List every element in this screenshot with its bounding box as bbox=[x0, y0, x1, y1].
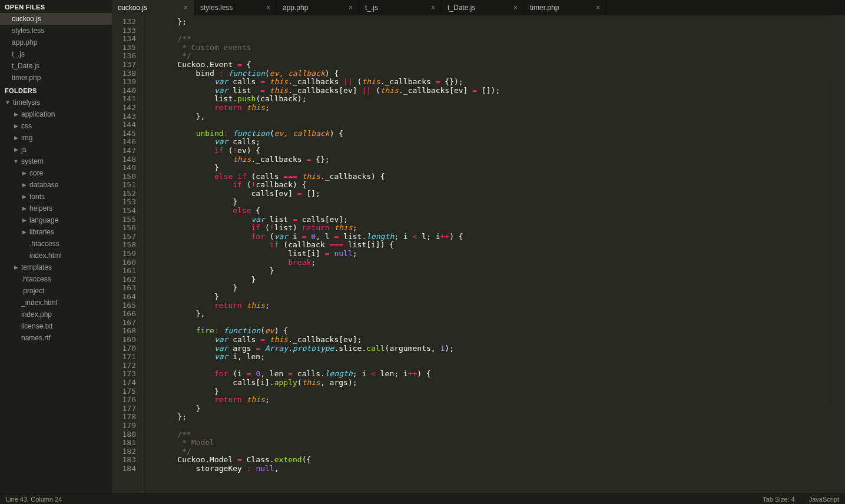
editor-tab[interactable]: cuckoo.js× bbox=[112, 0, 194, 15]
code-line[interactable]: return this; bbox=[159, 396, 845, 404]
tab-size-indicator[interactable]: Tab Size: 4 bbox=[763, 496, 794, 503]
code-line[interactable]: fire: function(ev) { bbox=[159, 327, 845, 336]
syntax-indicator[interactable]: JavaScript bbox=[809, 496, 839, 503]
code-line[interactable]: break; bbox=[159, 258, 845, 267]
code-line[interactable]: } bbox=[159, 164, 845, 173]
code-line[interactable]: if (!callback) { bbox=[159, 181, 845, 190]
folder-item[interactable]: ▶database bbox=[0, 179, 112, 191]
code-line[interactable]: }; bbox=[159, 413, 845, 422]
folder-item[interactable]: ▶libraries bbox=[0, 226, 112, 238]
code-line[interactable]: } bbox=[159, 198, 845, 207]
code-line[interactable]: unbind: function(ev, callback) { bbox=[159, 130, 845, 138]
code-content[interactable]: }; /** * Custom events */ Cuckoo.Event =… bbox=[151, 15, 845, 493]
file-item[interactable]: names.rtf bbox=[0, 332, 112, 344]
folder-item[interactable]: ▶img bbox=[0, 132, 112, 144]
file-item[interactable]: .project bbox=[0, 285, 112, 297]
file-item[interactable]: license.txt bbox=[0, 320, 112, 332]
code-line[interactable]: }; bbox=[159, 18, 845, 26]
code-line[interactable]: var args = Array.prototype.slice.call(ar… bbox=[159, 344, 845, 353]
file-item[interactable]: .htaccess bbox=[0, 273, 112, 285]
code-line[interactable]: Cuckoo.Model = Class.extend({ bbox=[159, 456, 845, 465]
file-item[interactable]: index.php bbox=[0, 309, 112, 320]
folder-item[interactable]: ▼system bbox=[0, 155, 112, 167]
code-line[interactable]: storageKey : null, bbox=[159, 465, 845, 473]
folder-item[interactable]: ▶language bbox=[0, 214, 112, 226]
file-item[interactable]: index.html bbox=[0, 250, 112, 261]
code-line[interactable]: var list = this._callbacks[ev] || (this.… bbox=[159, 87, 845, 95]
fold-marker bbox=[143, 387, 151, 396]
close-icon[interactable]: × bbox=[431, 4, 435, 12]
editor-tab[interactable]: t_Date.js× bbox=[442, 0, 524, 15]
open-file-item[interactable]: timer.php bbox=[0, 72, 112, 84]
code-line[interactable]: this._callbacks = {}; bbox=[159, 155, 845, 164]
code-line[interactable]: calls[ev] = []; bbox=[159, 190, 845, 198]
code-line[interactable]: }, bbox=[159, 112, 845, 121]
editor-tab[interactable]: styles.less× bbox=[194, 0, 277, 15]
folder-item[interactable]: ▶helpers bbox=[0, 203, 112, 214]
folder-item[interactable]: ▶application bbox=[0, 108, 112, 120]
code-line[interactable]: }, bbox=[159, 310, 845, 319]
folder-item[interactable]: ▶js bbox=[0, 144, 112, 155]
code-line[interactable]: bind : function(ev, callback) { bbox=[159, 69, 845, 78]
code-line[interactable]: } bbox=[159, 267, 845, 276]
code-line[interactable]: } bbox=[159, 404, 845, 413]
code-line[interactable]: * Model bbox=[159, 439, 845, 447]
code-line[interactable]: if (callback === list[i]) { bbox=[159, 241, 845, 250]
code-line[interactable]: } bbox=[159, 387, 845, 396]
code-line[interactable]: var list = calls[ev]; bbox=[159, 215, 845, 224]
folder-item[interactable]: ▶core bbox=[0, 167, 112, 179]
code-line[interactable]: return this; bbox=[159, 301, 845, 310]
editor-tab[interactable]: timer.php× bbox=[524, 0, 607, 15]
open-file-item[interactable]: styles.less bbox=[0, 25, 112, 37]
chevron-right-icon: ▶ bbox=[13, 264, 19, 270]
close-icon[interactable]: × bbox=[184, 4, 188, 12]
close-icon[interactable]: × bbox=[349, 4, 353, 12]
code-line[interactable]: if (!list) return this; bbox=[159, 224, 845, 233]
code-line[interactable]: if (!ev) { bbox=[159, 147, 845, 155]
code-line[interactable]: } bbox=[159, 284, 845, 293]
open-file-item[interactable]: t_.js bbox=[0, 48, 112, 60]
code-line[interactable]: var calls; bbox=[159, 138, 845, 147]
code-line[interactable]: } bbox=[159, 293, 845, 301]
code-line[interactable]: else { bbox=[159, 207, 845, 215]
code-line[interactable]: */ bbox=[159, 52, 845, 61]
fold-marker bbox=[143, 112, 151, 121]
code-line[interactable] bbox=[159, 121, 845, 130]
code-line[interactable]: var calls = this._callbacks[ev]; bbox=[159, 336, 845, 344]
open-file-item[interactable]: t_Date.js bbox=[0, 60, 112, 72]
close-icon[interactable]: × bbox=[513, 4, 518, 12]
file-item[interactable]: _index.html bbox=[0, 297, 112, 309]
folder-item[interactable]: ▶fonts bbox=[0, 191, 112, 203]
code-line[interactable]: calls[i].apply(this, args); bbox=[159, 379, 845, 387]
folder-item[interactable]: ▶templates bbox=[0, 261, 112, 273]
open-file-item[interactable]: cuckoo.js bbox=[0, 13, 112, 25]
code-line[interactable] bbox=[159, 26, 845, 35]
code-line[interactable]: var i, len; bbox=[159, 353, 845, 362]
editor-tab[interactable]: t_.js× bbox=[359, 0, 442, 15]
code-line[interactable]: else if (calls === this._callbacks) { bbox=[159, 173, 845, 181]
close-icon[interactable]: × bbox=[596, 4, 600, 12]
close-icon[interactable]: × bbox=[266, 4, 270, 12]
folder-item[interactable]: ▶css bbox=[0, 120, 112, 132]
folder-item[interactable]: ▼timelysis bbox=[0, 97, 112, 108]
code-line[interactable]: for (i = 0, len = calls.length; i < len;… bbox=[159, 370, 845, 379]
code-line[interactable] bbox=[159, 319, 845, 327]
code-line[interactable] bbox=[159, 422, 845, 430]
code-line[interactable]: Cuckoo.Event = { bbox=[159, 61, 845, 69]
code-line[interactable]: * Custom events bbox=[159, 44, 845, 52]
open-file-item[interactable]: app.php bbox=[0, 37, 112, 48]
code-line[interactable]: for (var i = 0, l = list.length; i < l; … bbox=[159, 233, 845, 241]
code-line[interactable]: list.push(callback); bbox=[159, 95, 845, 104]
code-wrap[interactable]: 1321331341351361371381391401411421431441… bbox=[112, 15, 845, 493]
code-line[interactable]: var calls = this._callbacks || (this._ca… bbox=[159, 78, 845, 87]
editor-tab[interactable]: app.php× bbox=[277, 0, 359, 15]
code-line[interactable]: } bbox=[159, 276, 845, 284]
code-line[interactable]: */ bbox=[159, 447, 845, 456]
code-line[interactable]: list[i] = null; bbox=[159, 250, 845, 258]
code-line[interactable]: /** bbox=[159, 430, 845, 439]
code-line[interactable]: return this; bbox=[159, 104, 845, 112]
file-item[interactable]: .htaccess bbox=[0, 238, 112, 250]
code-line[interactable]: /** bbox=[159, 35, 845, 44]
cursor-position[interactable]: Line 43, Column 24 bbox=[6, 496, 62, 503]
code-line[interactable] bbox=[159, 362, 845, 370]
